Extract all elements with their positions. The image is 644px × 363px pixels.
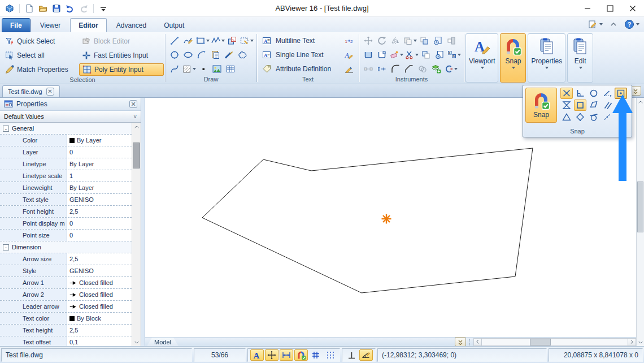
draw-circle-button[interactable] [168, 49, 181, 61]
property-value[interactable]: 2,5 [67, 253, 132, 265]
point-marker[interactable] [382, 214, 391, 224]
draw-point-button[interactable] [197, 63, 210, 75]
snap-endpoint-button[interactable] [574, 100, 586, 111]
scrollbar-thumb[interactable] [530, 339, 551, 345]
scroll-up-icon[interactable] [132, 123, 141, 131]
tab-editor[interactable]: Editor [70, 18, 107, 32]
scrollbar-thumb[interactable] [133, 142, 140, 168]
text-style-edit-button[interactable]: A [343, 49, 355, 61]
snap-vertex-button[interactable] [588, 100, 600, 111]
save-button[interactable] [50, 2, 63, 15]
instrument-copy-with-time-button[interactable] [432, 34, 444, 47]
instrument-chamfer-button[interactable] [403, 63, 415, 75]
draw-paste-block-button[interactable] [209, 49, 221, 61]
draw-table-button[interactable] [224, 63, 237, 75]
horizontal-scrollbar[interactable] [482, 338, 628, 346]
match-properties-button[interactable]: Match Properties [2, 63, 79, 76]
sb-snap-toggle[interactable] [294, 349, 308, 361]
drawing-style-button[interactable] [588, 19, 603, 29]
property-value[interactable]: By Layer [67, 135, 132, 146]
draw-polyline-button[interactable] [211, 34, 225, 47]
text-baseline-edit-button[interactable] [343, 63, 355, 75]
draw-spline-button[interactable] [168, 63, 181, 75]
sb-dimension-toggle[interactable] [280, 349, 293, 361]
properties-big-button[interactable]: Properties [528, 33, 565, 83]
collapse-icon[interactable]: - [3, 126, 9, 132]
tab-file[interactable]: File [2, 18, 31, 32]
draw-arc-button[interactable] [195, 49, 208, 61]
tab-viewer[interactable]: Viewer [32, 18, 68, 32]
property-value[interactable]: GENISO [67, 194, 132, 205]
instrument-dim-small-button[interactable] [362, 63, 375, 75]
draw-ellipse-button[interactable] [182, 49, 194, 61]
text-order-button[interactable]: 12 [343, 34, 355, 47]
property-value[interactable]: 2,5 [67, 206, 132, 217]
scroll-down-icon[interactable] [132, 338, 141, 346]
model-tab[interactable]: Model [147, 338, 179, 346]
draw-cloud-button[interactable] [236, 49, 249, 61]
collapse-ribbon-button[interactable] [608, 19, 619, 29]
attribute-definition-button[interactable] [260, 63, 273, 75]
instrument-order-button[interactable] [445, 34, 458, 47]
snap-quadrant-button[interactable] [574, 111, 586, 123]
sb-ortho-toggle[interactable] [345, 349, 358, 361]
new-document-button[interactable] [23, 2, 36, 15]
redo-button[interactable] [77, 2, 90, 15]
tab-advanced[interactable]: Advanced [108, 18, 154, 32]
property-value[interactable]: Closed filled [67, 277, 132, 288]
snap-parallel-button[interactable] [601, 100, 613, 111]
snap-flyout-button[interactable]: Snap [525, 88, 557, 123]
instrument-offset-button[interactable] [403, 34, 417, 47]
sb-crosshair-toggle[interactable] [265, 349, 279, 361]
undo-button[interactable] [64, 2, 76, 15]
document-tab[interactable]: Test file.dwg ✕ [2, 85, 60, 97]
snap-perpendicular-button[interactable] [574, 88, 586, 99]
layout-overflow-button[interactable] [455, 337, 466, 347]
draw-thick-line-button[interactable] [223, 49, 235, 61]
draw-insert-block-button[interactable] [226, 34, 238, 47]
snap-triangle-button[interactable] [560, 111, 573, 123]
properties-preset-dropdown[interactable]: Default Values ˅ [0, 111, 141, 123]
instrument-time-2-button[interactable] [433, 49, 446, 61]
property-value[interactable]: 0,1 [67, 336, 132, 346]
fast-entities-input-button[interactable]: Fast Entities Input [79, 49, 164, 62]
viewport-big-button[interactable]: AViewport [465, 33, 498, 83]
instrument-move-button[interactable] [362, 34, 375, 47]
maximize-button[interactable] [599, 0, 621, 16]
property-value[interactable]: 2,5 [67, 325, 132, 336]
open-folder-button[interactable] [37, 2, 49, 15]
single-line-text-button[interactable]: A [260, 49, 273, 61]
collapse-icon[interactable]: - [3, 244, 9, 250]
instrument-rotate-button[interactable] [376, 34, 388, 47]
sb-dots-toggle[interactable] [324, 349, 337, 361]
property-grid-scrollbar[interactable] [132, 123, 141, 346]
property-value[interactable]: Closed filled [67, 301, 132, 312]
panel-splitter[interactable] [141, 98, 145, 346]
scroll-left-icon[interactable] [473, 338, 482, 346]
snap-center-button[interactable] [588, 88, 600, 99]
instrument-contour-button[interactable] [443, 63, 458, 75]
minimize-button[interactable] [576, 0, 599, 16]
select-all-button[interactable]: Select all [2, 49, 79, 62]
vertical-scrollbar[interactable] [636, 98, 644, 346]
draw-rectangle-button[interactable] [195, 34, 210, 47]
block-editor-button[interactable]: Block Editor [79, 35, 164, 47]
property-value[interactable]: By Layer [67, 182, 132, 193]
help-button[interactable]: ? [624, 19, 639, 29]
property-value[interactable]: 0 [67, 230, 132, 241]
property-value[interactable]: 1 [67, 170, 132, 182]
instrument-scale-small-button[interactable] [376, 63, 388, 75]
scrollbar-thumb[interactable] [637, 182, 643, 232]
instrument-fillet-button[interactable] [389, 63, 402, 75]
snap-intersection-button[interactable] [560, 88, 573, 99]
draw-hatch-button[interactable] [182, 63, 196, 75]
draw-region-button[interactable] [240, 34, 254, 47]
sb-text-toggle[interactable]: A [250, 349, 264, 361]
snap-angle-button[interactable] [601, 88, 613, 99]
customize-quick-access-button[interactable] [97, 2, 110, 15]
instrument-group-button[interactable] [416, 63, 429, 75]
instrument-copy-2-button[interactable] [420, 49, 432, 61]
snap-big-button[interactable]: Snap [500, 33, 526, 83]
app-logo-button[interactable] [3, 2, 16, 15]
draw-image-button[interactable] [211, 63, 223, 75]
